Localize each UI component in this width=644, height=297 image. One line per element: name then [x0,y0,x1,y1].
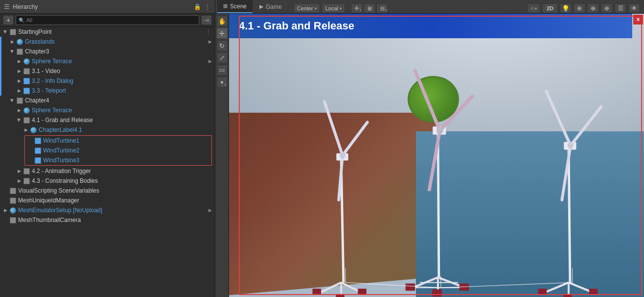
svg-line-23 [440,97,472,131]
label-visual-scripting: VisualScripting SceneVariables [18,187,215,194]
search-icon: 🔍 [19,18,24,23]
label-mesh-unique-id: MeshUniqueIdManager [18,197,215,204]
search-add-bar: + 🔍 ⇥ [0,14,215,27]
tree-item-wind-turbine-1[interactable]: ▶ WindTurbine1 [25,136,211,146]
tree-item-video[interactable]: ▶ 3.1 - Video [0,66,215,76]
svg-line-12 [438,133,439,277]
label-mesh-emulator: MeshEmulatorSetup [NoUpload] [18,207,215,214]
transform-tools-group: ✛ ▾ ⊞ ⊟ ▾ [351,3,388,13]
hierarchy-header-left: ☰ Hierarchy [4,3,38,10]
add-button[interactable]: + [3,15,14,25]
tree-item-chapter4[interactable]: ▶ Chapter4 [0,96,215,105]
tree-item-chapter-label[interactable]: ▶ ChapterLabel4.1 [0,125,215,135]
scene-tab-label: Scene [230,3,247,10]
tree-item-starting-point[interactable]: ▶ StartingPoint ⋮ [0,27,215,37]
center-dropdown[interactable]: Center ▾ [294,3,320,13]
svg-line-9 [343,122,368,155]
hierarchy-tree: ▶ StartingPoint ⋮ ▶ Grasslands [0,27,215,297]
game-tab-icon: ▶ [259,3,263,10]
tree-item-sphere-terrace-1[interactable]: ▶ Sphere Terrace ▶ [0,56,215,66]
app-container: ☰ Hierarchy 🔒 ⋮ + 🔍 ⇥ [0,0,644,297]
label-chapter3: Chapter3 [25,48,215,55]
scene-toolbar: Center ▾ Local ▾ [291,3,348,13]
tree-item-info-dialog[interactable]: ▶ 3.2 - Info Dialog [0,76,215,86]
svg-rect-31 [589,289,598,295]
hierarchy-header: ☰ Hierarchy 🔒 ⋮ [0,0,215,14]
tabs-bar: ⊞ Scene ▶ Game Center ▾ Local ▾ [215,0,644,14]
hand-tool-btn[interactable]: ✋ [217,16,228,26]
light-btn[interactable]: 💡 [560,3,572,13]
label-grab-release: 4.1 - Grab and Release [32,117,215,124]
search-input[interactable] [26,17,196,23]
label-sphere-terrace-1: Sphere Terrace [32,58,215,65]
right-toolbar: ○ ▾ 2D 💡 ⊕ ⊕ ⊕ ☰ 👁 [527,3,642,13]
svg-line-27 [544,282,569,293]
vis-btn2[interactable]: ⊕ [587,3,599,13]
tree-item-sphere-terrace-2[interactable]: ▶ Sphere Terrace [0,105,215,115]
more-options-icon[interactable]: ⋮ [204,3,211,11]
tree-item-chapter3[interactable]: ▶ Chapter3 [0,47,215,56]
tree-item-mesh-emulator[interactable]: ▶ MeshEmulatorSetup [NoUpload] ▶ [0,205,215,215]
extra-tool-btn[interactable]: ⊟ ▾ [376,3,388,13]
vis-btn1[interactable]: ⊕ [574,3,585,13]
hierarchy-panel: ☰ Hierarchy 🔒 ⋮ + 🔍 ⇥ [0,0,215,297]
btn-2d[interactable]: 2D [542,3,558,13]
tree-item-animation-trigger[interactable]: ▶ 4.2 - Animation Trigger [0,166,215,176]
tree-item-grab-release[interactable]: ▶ 4.1 - Grab and Release [0,115,215,125]
tree-item-teleport[interactable]: ▶ 3.3 - Teleport [0,86,215,96]
scene-viewport: ✋ ✛ ↻ ⤢ ▭ ✦ ▾ 4.1 - Grab and Release [215,14,644,297]
label-chapter4: Chapter4 [25,97,215,104]
grid-tool-btn[interactable]: ⊞ [364,3,375,13]
close-x-button[interactable]: × [633,15,643,25]
search-container: 🔍 [16,15,199,25]
local-dropdown[interactable]: Local ▾ [322,3,345,13]
combined-tool-btn[interactable]: ✦ ▾ [217,77,228,88]
lock-icon[interactable]: 🔒 [194,3,201,10]
svg-line-35 [571,107,601,146]
wind-turbines-svg [229,14,644,297]
render-mode-btn[interactable]: ○ ▾ [527,3,540,13]
more-icon[interactable]: ⋮ [205,28,212,36]
svg-rect-20 [432,289,441,297]
tree-item-mesh-thumbnail[interactable]: ▶ MeshThumbnailCamera [0,215,215,225]
svg-point-37 [568,143,574,149]
three-lines-btn[interactable]: ☰ [615,3,626,13]
rect-tool-btn[interactable]: ▭ [217,65,228,75]
svg-line-22 [415,71,440,130]
scene-banner: 4.1 - Grab and Release [229,14,632,38]
tree-item-grasslands[interactable]: ▶ Grasslands ▶ [0,37,215,47]
svg-rect-5 [358,289,367,295]
scene-background [229,14,644,297]
label-info-dialog: 3.2 - Info Dialog [32,77,215,84]
svg-point-25 [437,127,443,134]
vis-btn3[interactable]: ⊕ [601,3,613,13]
label-mesh-thumbnail: MeshThumbnailCamera [18,217,215,223]
expand-tool-btn[interactable]: ⤢ [217,52,228,63]
hamburger-icon[interactable]: ☰ [4,3,10,10]
label-animation-trigger: 4.2 - Animation Trigger [32,168,215,174]
cross-tool-btn[interactable]: ✛ [217,28,228,39]
move-tool-btn[interactable]: ✛ ▾ [351,3,363,13]
svg-line-38 [345,282,441,288]
tree-item-constraining-bodies[interactable]: ▶ 4.3 - Constraining Bodies [0,176,215,186]
tree-item-visual-scripting[interactable]: ▶ VisualScripting SceneVariables [0,186,215,196]
tree-item-wind-turbine-3[interactable]: ▶ WindTurbine3 [25,155,211,165]
hierarchy-header-right: 🔒 ⋮ [194,3,211,11]
label-wind-turbine-2: WindTurbine2 [43,147,211,154]
eye-btn[interactable]: 👁 [628,3,640,13]
rotate-tool-btn[interactable]: ↻ [217,40,228,51]
scene-tools-panel: ✋ ✛ ↻ ⤢ ▭ ✦ ▾ [215,14,229,297]
tree-item-mesh-unique-id[interactable]: ▶ MeshUniqueIdManager [0,196,215,205]
label-starting-point: StartingPoint [18,28,215,35]
label-sphere-terrace-2: Sphere Terrace [32,107,215,114]
svg-line-26 [569,148,570,282]
svg-point-11 [340,152,345,159]
tab-game[interactable]: ▶ Game [253,0,288,13]
label-teleport: 3.3 - Teleport [32,87,215,94]
refresh-icon[interactable]: ⇥ [201,15,212,25]
label-wind-turbine-3: WindTurbine3 [43,157,211,164]
label-chapter-label: ChapterLabel4.1 [39,126,215,133]
tree-item-wind-turbine-2[interactable]: ▶ WindTurbine2 [25,146,211,155]
tab-scene[interactable]: ⊞ Scene [217,0,253,13]
center-dropdown-arrow: ▾ [315,6,317,11]
